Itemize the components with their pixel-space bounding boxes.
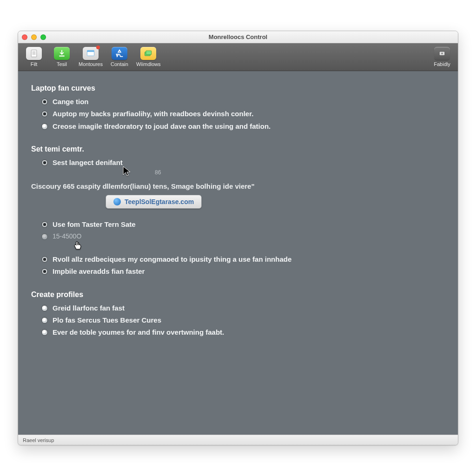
option-label: Plo fas Sercus Tues Beser Cures [53,316,161,325]
radio-option-auptop-backs[interactable]: Auptop my backs prarfiaolihy, with readb… [41,109,445,119]
titlebar: Monrelloocs Control [18,31,458,43]
svg-rect-0 [31,50,37,57]
radio-icon [41,305,48,311]
option-label: 15-4500O [53,232,81,241]
appstore-icon [112,47,127,60]
toolbar: Filt Tesil Montoures Contain Wiimdlows [18,43,458,71]
option-label: Creose imagile tlredoratory to joud dave… [53,122,271,131]
toolbar-button-wiimdlows[interactable]: Wiimdlows [136,47,161,67]
status-bar: Raeel verisup [18,435,458,445]
toolbar-button-fabidly[interactable]: Fabidly [431,47,453,67]
toolbar-label: Tesil [57,61,67,67]
radio-option-ever-de-toble[interactable]: Ever de toble youmes for and finv overtw… [41,328,445,337]
svg-rect-4 [59,55,65,57]
radio-option-use-fom[interactable]: Use fom Taster Tern Sate [41,220,445,229]
option-label: Impbile averadds fian faster [53,267,145,276]
svg-point-10 [441,53,443,54]
toolbar-button-filt[interactable]: Filt [23,47,45,67]
option-label: Cange tion [53,97,89,106]
download-icon [54,47,70,60]
toolbar-label: Montoures [79,61,103,67]
link-button-label: TeeplSolEgtarase.com [125,198,194,205]
sub-value: 86 [155,169,445,176]
radio-icon [41,317,48,324]
toolbar-label: Fabidly [434,61,450,67]
radio-icon [41,256,48,263]
section-title-profiles: Create profiles [31,291,445,299]
radio-option-greid[interactable]: Greid llarfonc fan fast [41,304,445,313]
svg-rect-8 [146,51,152,54]
browser-icon [83,47,99,60]
minimize-window-button[interactable] [31,34,37,40]
toolbar-button-montoures[interactable]: Montoures [79,47,103,67]
option-label: Rvoll allz redbeciques my congmaoed to i… [53,255,291,264]
traffic-lights [22,34,46,40]
toolbar-button-tesil[interactable]: Tesil [51,47,73,67]
zoom-window-button[interactable] [40,34,46,40]
section-title-fan-curves: Laptop fan curves [31,84,445,93]
content-pane: Laptop fan curves Cange tion Auptop my b… [18,71,458,435]
radio-icon [41,233,48,240]
toolbar-button-contain[interactable]: Contain [108,47,131,67]
option-label: Greid llarfonc fan fast [53,304,125,313]
radio-icon [41,159,48,166]
close-window-button[interactable] [22,34,27,40]
radio-icon [41,268,48,275]
teeplsol-link-button[interactable]: TeeplSolEgtarase.com [106,195,202,209]
radio-option-plo-fas[interactable]: Plo fas Sercus Tues Beser Cures [41,316,445,325]
document-icon [26,47,42,60]
radio-icon [41,111,48,117]
option-label: Ever de toble youmes for and finv overtw… [53,328,224,337]
option-label: Auptop my backs prarfiaolihy, with readb… [53,109,253,119]
toolbar-label: Wiimdlows [136,61,161,67]
radio-option-creose-imagile[interactable]: Creose imagile tlredoratory to joud dave… [41,122,445,131]
option-label: Sest langect denifant [53,158,123,167]
radio-icon [41,99,48,105]
app-window: Monrelloocs Control Filt Tesil Montoures [18,31,458,445]
window-title: Monrelloocs Control [18,33,458,40]
globe-icon [113,198,121,205]
arrow-cursor-icon [123,166,132,178]
radio-option-sest-langect[interactable]: Sest langect denifant [41,158,445,167]
toolbar-label: Contain [111,61,128,67]
status-text: Raeel verisup [23,437,54,443]
radio-option-rvoll-allz[interactable]: Rvoll allz redbeciques my congmaoed to i… [41,255,302,264]
radio-icon [41,123,48,130]
radio-icon [41,329,48,336]
option-label: Use fom Taster Tern Sate [53,220,136,229]
svg-rect-6 [87,50,94,52]
radio-icon [41,221,48,228]
ciscoury-description: Ciscoury 665 caspity dllemfor(lianu) ten… [31,182,445,190]
radio-option-15-4500[interactable]: 15-4500O [41,232,445,241]
folders-icon [140,47,156,60]
drive-icon [434,47,450,60]
radio-option-cange-tion[interactable]: Cange tion [41,97,445,106]
section-title-set-temp: Set temi cemtr. [31,145,445,153]
radio-option-impbile[interactable]: Impbile averadds fian faster [41,267,445,276]
toolbar-label: Filt [31,61,38,67]
